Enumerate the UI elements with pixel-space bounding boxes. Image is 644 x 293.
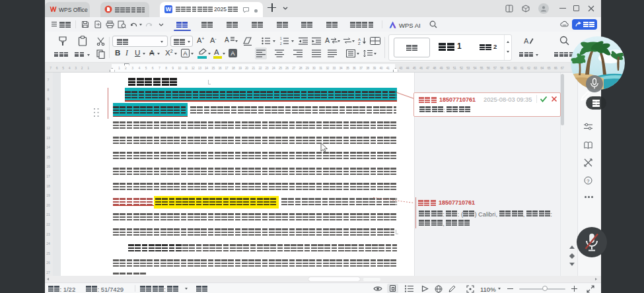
svg-text:?: ? xyxy=(587,178,590,184)
svg-text:1: 1 xyxy=(280,37,282,40)
svg-text:Z: Z xyxy=(358,42,361,45)
svg-text:2: 2 xyxy=(280,42,282,45)
svg-text:A: A xyxy=(524,37,529,45)
